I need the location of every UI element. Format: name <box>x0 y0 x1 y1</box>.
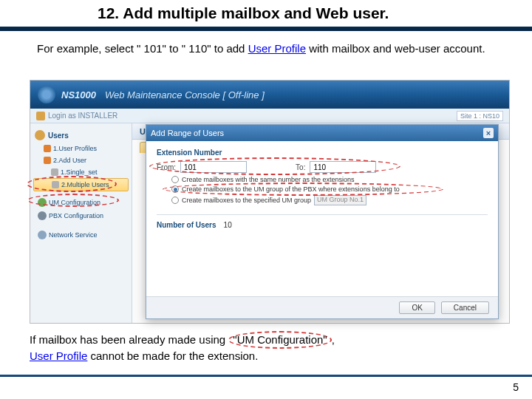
sidebar-head-users[interactable]: Users <box>33 128 129 143</box>
radio-label: Create mailboxes to the specified UM gro… <box>182 197 311 204</box>
sidebar-head-label: Users <box>48 132 69 140</box>
intro-link: User Profile <box>248 42 306 55</box>
radio-icon <box>171 176 179 183</box>
dialog-footer: OK Cancel <box>146 296 498 318</box>
login-as-text: Login as INSTALLER <box>48 112 117 120</box>
sidebar-item-label: Network Service <box>49 231 98 239</box>
product-name: NS1000 <box>61 89 96 100</box>
um-group-select[interactable]: UM Group No.1 <box>314 195 366 205</box>
radio-icon <box>171 197 179 204</box>
intro-post: with mailbox and web-user account. <box>306 42 485 55</box>
note-highlight: "UM Configuration" <box>228 331 331 349</box>
highlight-ellipse <box>27 194 119 207</box>
radio-specified-um-group[interactable]: Create mailboxes to the specified UM gro… <box>171 195 488 205</box>
bullet-icon <box>44 157 51 164</box>
num-users-value: 10 <box>224 221 232 229</box>
cancel-button[interactable]: Cancel <box>441 301 489 314</box>
users-icon <box>35 130 45 140</box>
add-range-dialog: Add Range of Users × Extension Number Fr… <box>146 124 499 319</box>
dialog-body: Extension Number From: To: Create mailbo… <box>146 141 498 236</box>
ok-button[interactable]: OK <box>399 301 434 314</box>
number-of-users-row: Number of Users 10 <box>157 221 488 229</box>
app-screenshot: NS1000 Web Maintenance Console [ Off-lin… <box>30 80 510 324</box>
main-area: Users 1.User Profiles 2.Add User 1.Singl… <box>30 123 509 323</box>
user-icon <box>36 112 45 120</box>
sidebar-item-label: 1.User Profiles <box>53 145 97 152</box>
sidebar-item-pbx-config[interactable]: PBX Configuration <box>33 209 129 222</box>
highlight-ellipse <box>163 183 443 196</box>
sidebar-item-um-config[interactable]: UM Configuration <box>33 196 129 209</box>
extension-number-label: Extension Number <box>157 149 488 157</box>
sidebar-item-label: 2.Add User <box>53 157 86 164</box>
sidebar-item-label: 1.Single_set <box>61 168 98 176</box>
num-users-label: Number of Users <box>157 221 216 229</box>
network-icon <box>38 231 47 239</box>
login-bar: Login as INSTALLER Site 1 : NS10 <box>30 109 509 123</box>
sidebar-item-multiple-users[interactable]: 2.Multiple Users <box>33 178 129 191</box>
note-text: If mailbox has been already made using "… <box>30 331 502 363</box>
from-to-row: From: To: <box>157 161 488 173</box>
note-link: User Profile <box>30 349 87 362</box>
app-header: NS1000 Web Maintenance Console [ Off-lin… <box>30 81 509 109</box>
page-number: 5 <box>513 381 519 393</box>
footer-line <box>0 375 532 377</box>
slide-title: 12. Add multiple mailbox and Web user. <box>98 4 389 22</box>
highlight-ellipse <box>27 176 117 192</box>
highlight-ellipse <box>149 157 400 175</box>
bullet-icon <box>51 168 58 176</box>
sidebar-item-add-user[interactable]: 2.Add User <box>33 154 129 166</box>
site-selector[interactable]: Site 1 : NS10 <box>457 111 503 121</box>
sidebar-item-user-profiles[interactable]: 1.User Profiles <box>33 143 129 154</box>
dialog-titlebar: Add Range of Users × <box>146 125 498 141</box>
divider <box>157 214 488 215</box>
note-mid: , <box>332 333 335 346</box>
dialog-title-text: Add Range of Users <box>151 129 224 137</box>
app-logo-icon <box>38 86 55 103</box>
pbx-icon <box>38 211 47 220</box>
close-icon[interactable]: × <box>483 128 494 138</box>
content-area: User Profiles Co Add Range of Users × Ex… <box>132 123 509 323</box>
intro-text: For example, select " 101" to " 110" to … <box>37 41 495 56</box>
intro-pre: For example, select " 101" to " 110" to … <box>37 42 248 55</box>
note-post: cannot be made for the extension. <box>87 349 258 362</box>
sidebar-item-label: PBX Configuration <box>49 212 103 219</box>
sidebar-item-network[interactable]: Network Service <box>33 228 129 242</box>
console-name: Web Maintenance Console [ Off-line ] <box>105 89 265 100</box>
note-pre: If mailbox has been already made using <box>30 333 228 346</box>
radio-um-group-pbx[interactable]: Create mailboxes to the UM group of the … <box>171 185 488 193</box>
bullet-icon <box>44 145 51 152</box>
sidebar: Users 1.User Profiles 2.Add User 1.Singl… <box>30 123 132 323</box>
